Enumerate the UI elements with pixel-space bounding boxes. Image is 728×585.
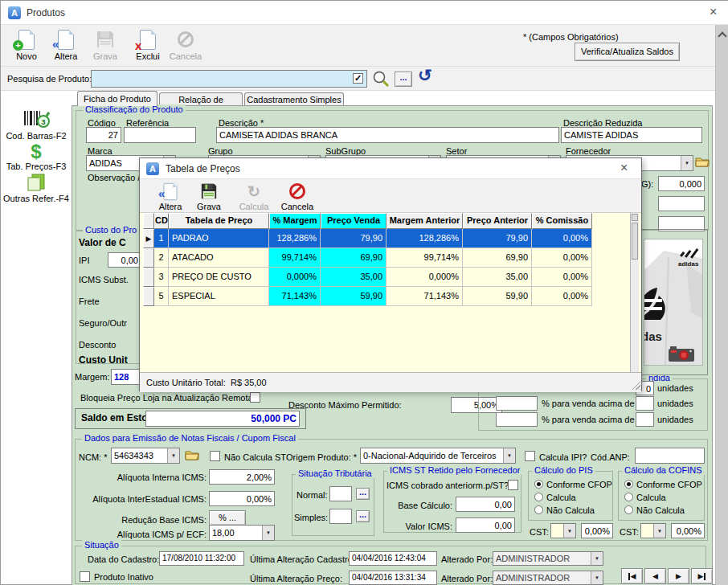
cell-margem_ant[interactable]: 128,286% [386, 229, 463, 248]
next-record-button[interactable]: ▶ [668, 568, 689, 584]
table-row[interactable]: 2ATACADO99,714%69,9099,714%69,900,00% [143, 248, 592, 268]
column-header[interactable]: % Comissão [532, 213, 592, 229]
grava-button[interactable]: Grava [86, 27, 125, 61]
cell-comissao[interactable]: 0,00% [532, 248, 592, 268]
cell-nome[interactable]: PADRAO [169, 229, 269, 248]
chevron-down-icon[interactable]: ▼ [563, 524, 575, 538]
alterado-por-preco-combo[interactable]: ADMINISTRADOR▼ [493, 571, 603, 585]
descricao-field[interactable]: CAMISETA ADIDAS BRANCA [216, 127, 559, 143]
vertical-scrollbar[interactable] [715, 25, 728, 585]
extra-field-1[interactable] [658, 196, 705, 211]
pis-cst-combo[interactable]: ▼ [550, 523, 576, 538]
altera-button[interactable]: « Altera [47, 27, 85, 61]
cofins-nao-calcula-radio[interactable] [624, 505, 633, 514]
peso-field[interactable]: 0,000 [658, 176, 705, 191]
cell-margem[interactable]: 128,286% [269, 229, 321, 248]
cell-margem[interactable]: 71,143% [269, 287, 321, 306]
search-more-button[interactable]: ... [395, 72, 412, 87]
camera-icon[interactable] [669, 346, 694, 364]
table-row[interactable]: ▶1PADRAO128,286%79,90128,286%79,900,00% [143, 229, 592, 248]
cell-nome[interactable]: ATACADO [169, 248, 269, 268]
search-icon[interactable] [372, 70, 390, 89]
cell-preco_ant[interactable]: 35,00 [463, 268, 532, 287]
pct-venda-field-2[interactable] [496, 412, 538, 427]
column-header[interactable]: % Margem [269, 213, 321, 229]
cell-margem_ant[interactable]: 0,000% [386, 268, 463, 287]
scroll-up-icon[interactable] [718, 31, 726, 40]
descricao-reduzida-field[interactable]: CAMISTE ADIDAS [561, 127, 702, 143]
chevron-down-icon[interactable]: ▼ [503, 448, 515, 463]
ipi-field[interactable]: 0,00 [108, 252, 141, 268]
cell-preco[interactable]: 35,00 [321, 268, 386, 287]
aliq-interna-field[interactable]: 2,00% [209, 469, 275, 485]
base-calculo-field[interactable]: 0,00 [456, 497, 515, 512]
cell-margem_ant[interactable]: 99,714% [386, 248, 463, 268]
cell-cd[interactable]: 1 [154, 229, 169, 248]
table-row[interactable]: 5ESPECIAL71,143%59,9071,143%59,900,00% [143, 287, 592, 306]
produto-inativo-checkbox[interactable] [80, 571, 90, 582]
folder-icon[interactable] [695, 156, 710, 170]
cell-preco_ant[interactable]: 69,90 [463, 248, 532, 268]
sidebar-item-cod-barras[interactable]: 3 Cod. Barras-F2 [1, 109, 72, 141]
close-icon[interactable]: × [620, 161, 628, 175]
cell-comissao[interactable]: 0,00% [532, 268, 592, 287]
cell-preco[interactable]: 79,90 [321, 229, 386, 248]
pct-venda-field-1[interactable] [496, 396, 538, 411]
exclui-button[interactable]: x Exclui [129, 27, 167, 61]
novo-button[interactable]: + Novo [7, 27, 46, 61]
qtd-field-1[interactable] [636, 396, 654, 411]
ultima-alteracao-cadastro-field[interactable]: 04/04/2016 12:43:04 [349, 551, 437, 566]
cod-anp-field[interactable] [635, 448, 705, 464]
cell-preco_ant[interactable]: 79,90 [463, 229, 532, 248]
column-header[interactable]: Preço Anterior [463, 213, 532, 229]
chevron-down-icon[interactable]: ▼ [167, 448, 179, 463]
search-checkbox[interactable] [353, 73, 363, 84]
column-header[interactable]: Tabela de Preço [169, 213, 269, 229]
close-icon[interactable]: × [710, 5, 717, 19]
pis-pct-field[interactable]: 0,00% [581, 523, 613, 538]
refresh-icon[interactable]: ↺ [418, 66, 432, 85]
cancela-button[interactable]: Cancela [166, 27, 205, 61]
folder-icon[interactable] [185, 449, 199, 463]
prev-record-button[interactable]: ◀ [644, 568, 666, 584]
cell-comissao[interactable]: 0,00% [532, 229, 592, 248]
aliq-ecf-combo[interactable]: 18,00▼ [209, 525, 275, 541]
tab-cadastramento-simples[interactable]: Cadastramento Simples [244, 92, 344, 106]
chevron-down-icon[interactable]: ▼ [653, 524, 665, 538]
saldo-estoque-field[interactable]: 50,000 PC [145, 411, 300, 427]
normal-field[interactable] [329, 486, 352, 501]
normal-more-button[interactable]: ... [356, 488, 370, 500]
simples-field[interactable] [329, 509, 352, 524]
codigo-field[interactable]: 27 [86, 127, 121, 143]
verifica-atualiza-saldos-button[interactable]: Verifica/Atualiza Saldos [575, 43, 680, 61]
cell-preco[interactable]: 69,90 [321, 248, 386, 268]
chevron-down-icon[interactable]: ▼ [262, 526, 274, 540]
origem-produto-combo[interactable]: 0-Nacional-Adquirido de Terceiros▼ [360, 448, 516, 464]
pis-conforme-cfop-radio[interactable] [534, 480, 543, 489]
grid-scroll-thumb[interactable] [632, 223, 638, 260]
referencia-field[interactable] [124, 127, 196, 143]
cell-preco_ant[interactable]: 59,90 [463, 287, 532, 306]
column-header[interactable]: CD [154, 213, 169, 229]
table-row[interactable]: 3PREÇO DE CUSTO0,000%35,000,000%35,000,0… [143, 268, 592, 287]
chevron-down-icon[interactable]: ▼ [681, 156, 693, 170]
search-input[interactable] [91, 70, 367, 88]
aliq-interestadual-field[interactable]: 0,00% [209, 491, 275, 506]
tab-ficha-do-produto[interactable]: Ficha do Produto [77, 91, 157, 106]
first-record-button[interactable]: ◀ [621, 568, 643, 584]
chevron-down-icon[interactable]: ▼ [591, 552, 603, 565]
cell-cd[interactable]: 2 [154, 248, 169, 268]
alterado-por-cadastro-combo[interactable]: ADMINISTRADOR▼ [493, 551, 603, 566]
ncm-combo[interactable]: 54634343▼ [111, 448, 180, 464]
valor-icms-field[interactable]: 0,00 [456, 518, 515, 533]
cell-cd[interactable]: 3 [154, 268, 169, 287]
bloqueia-checkbox[interactable] [250, 392, 260, 403]
reducao-base-button[interactable]: % ... [209, 510, 246, 526]
sidebar-item-tab-precos[interactable]: $ Tab. Preços-F3 [1, 142, 72, 171]
cofins-cst-combo[interactable]: ▼ [640, 523, 666, 538]
cofins-conforme-cfop-radio[interactable] [624, 480, 633, 489]
cell-nome[interactable]: PREÇO DE CUSTO [169, 268, 269, 287]
cofins-pct-field[interactable]: 0,00% [671, 523, 705, 538]
column-header[interactable]: Preço Venda [321, 213, 386, 229]
cell-comissao[interactable]: 0,00% [532, 287, 592, 306]
